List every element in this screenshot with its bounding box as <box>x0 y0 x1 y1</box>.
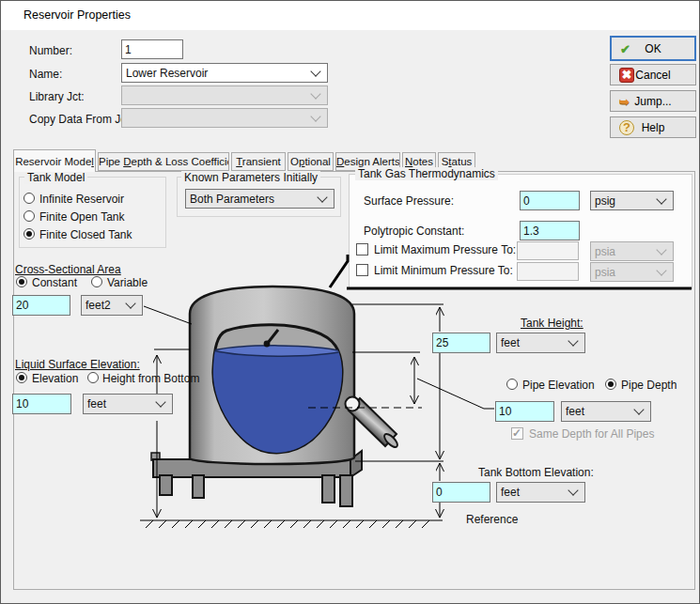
known-parameters-combobox[interactable]: Both Parameters <box>185 189 334 209</box>
cross-sectional-area-label: Cross-Sectional Area <box>15 263 121 276</box>
number-label: Number: <box>29 44 72 57</box>
number-input[interactable] <box>121 39 183 59</box>
limit-max-unit-combobox: psia <box>590 241 674 261</box>
pipe-elevation-label: Pipe Elevation <box>522 379 595 392</box>
chevron-down-icon <box>656 194 666 204</box>
chevron-down-icon <box>568 335 578 346</box>
name-label: Name: <box>29 68 62 81</box>
help-button[interactable]: ? Help <box>610 116 696 138</box>
tank-bottom-unit-combobox[interactable]: feet <box>496 482 585 503</box>
tab-optional[interactable]: Optional <box>288 152 334 171</box>
pipe-depth-unit-combobox[interactable]: feet <box>561 401 651 422</box>
chevron-down-icon <box>656 265 666 275</box>
polytropic-constant-label: Polytropic Constant: <box>364 225 464 238</box>
csa-value-input[interactable] <box>12 295 70 316</box>
ok-button[interactable]: ✔ OK <box>610 36 696 61</box>
gas-thermodynamics-title: Tank Gas Thermodynamics <box>355 167 498 180</box>
cancel-button[interactable]: ✖ Cancel <box>610 64 696 85</box>
tank-bottom-elevation-label: Tank Bottom Elevation: <box>478 466 594 479</box>
known-parameters-title: Known Parameters Initially <box>181 171 320 184</box>
limit-min-pressure-label: Limit Minimum Pressure To: <box>374 264 513 277</box>
jump-button[interactable]: ➥ Jump... <box>610 90 696 112</box>
tank-model-title: Tank Model <box>24 171 87 184</box>
chevron-down-icon <box>310 111 320 121</box>
radio-csa-constant[interactable] <box>16 276 27 287</box>
radio-finite-open-tank[interactable] <box>23 210 35 222</box>
pipe-depth-label: Pipe Depth <box>621 379 677 392</box>
liquid-surface-elevation-label: Liquid Surface Elevation: <box>15 358 140 371</box>
gold-question-icon: ? <box>619 120 634 135</box>
lse-height-from-bottom-label: Height from Bottom <box>102 372 199 385</box>
same-depth-checkbox <box>511 427 523 440</box>
csa-unit-combobox[interactable]: feet2 <box>81 295 143 316</box>
polytropic-constant-input[interactable] <box>520 221 580 240</box>
name-value: Lower Reservoir <box>126 67 208 80</box>
radio-lse-elevation[interactable] <box>16 372 27 383</box>
surface-pressure-label: Surface Pressure: <box>364 194 454 208</box>
limit-max-pressure-input <box>517 241 579 260</box>
name-combobox[interactable]: Lower Reservoir <box>121 63 328 83</box>
surface-pressure-unit-combobox[interactable]: psig <box>590 191 674 210</box>
lse-unit-combobox[interactable]: feet <box>83 394 173 414</box>
tank-bottom-input[interactable] <box>432 482 490 503</box>
radio-csa-variable[interactable] <box>91 276 102 287</box>
limit-min-unit-combobox: psia <box>590 262 674 282</box>
title-bar: Reservoir Properties <box>1 1 699 30</box>
chevron-down-icon <box>656 244 666 255</box>
lse-elevation-label: Elevation <box>32 372 78 385</box>
chevron-down-icon <box>317 192 327 202</box>
limit-max-pressure-label: Limit Maximum Pressure To: <box>374 243 516 256</box>
tab-transient[interactable]: Transient <box>231 152 286 171</box>
chevron-down-icon <box>155 396 165 407</box>
red-x-icon: ✖ <box>619 68 634 83</box>
tab-pipe-depth-loss-coefficients[interactable]: Pipe Depth & Loss Coefficients <box>98 152 229 171</box>
csa-constant-label: Constant <box>32 276 77 289</box>
chevron-down-icon <box>568 485 578 495</box>
csa-variable-label: Variable <box>107 276 148 289</box>
tank-height-label: Tank Height: <box>521 317 583 330</box>
radio-pipe-depth[interactable] <box>605 379 616 390</box>
lse-value-input[interactable] <box>12 394 71 414</box>
limit-min-pressure-checkbox[interactable] <box>356 264 368 276</box>
limit-max-pressure-checkbox[interactable] <box>356 243 368 256</box>
surface-pressure-input[interactable] <box>520 191 580 210</box>
finite-closed-tank-label: Finite Closed Tank <box>39 228 132 241</box>
infinite-reservoir-label: Infinite Reservoir <box>39 193 124 206</box>
same-depth-label: Same Depth for All Pipes <box>529 427 654 441</box>
limit-min-pressure-input <box>517 262 579 281</box>
chevron-down-icon <box>125 298 135 308</box>
finite-open-tank-label: Finite Open Tank <box>39 210 125 224</box>
green-check-icon: ✔ <box>620 42 630 54</box>
chevron-down-icon <box>633 404 644 414</box>
tab-reservoir-model[interactable]: Reservoir Model <box>13 149 96 172</box>
radio-lse-height-from-bottom[interactable] <box>87 372 99 383</box>
radio-infinite-reservoir[interactable] <box>23 193 35 204</box>
tank-height-input[interactable] <box>432 333 490 353</box>
reservoir-properties-dialog: Reservoir Properties Number: Name: Lower… <box>0 0 700 604</box>
orange-jump-arrow-icon: ➥ <box>619 95 630 107</box>
copy-data-combobox <box>121 108 328 128</box>
window-title: Reservoir Properties <box>23 8 131 22</box>
tank-height-unit-combobox[interactable]: feet <box>496 333 585 353</box>
library-jct-combobox <box>121 85 328 105</box>
chevron-down-icon <box>310 88 320 99</box>
library-jct-label: Library Jct: <box>29 90 85 103</box>
radio-finite-closed-tank[interactable] <box>23 228 35 240</box>
pipe-depth-input[interactable] <box>495 401 554 422</box>
reference-label: Reference <box>466 513 518 526</box>
chevron-down-icon <box>310 66 320 76</box>
radio-pipe-elevation[interactable] <box>506 379 518 390</box>
